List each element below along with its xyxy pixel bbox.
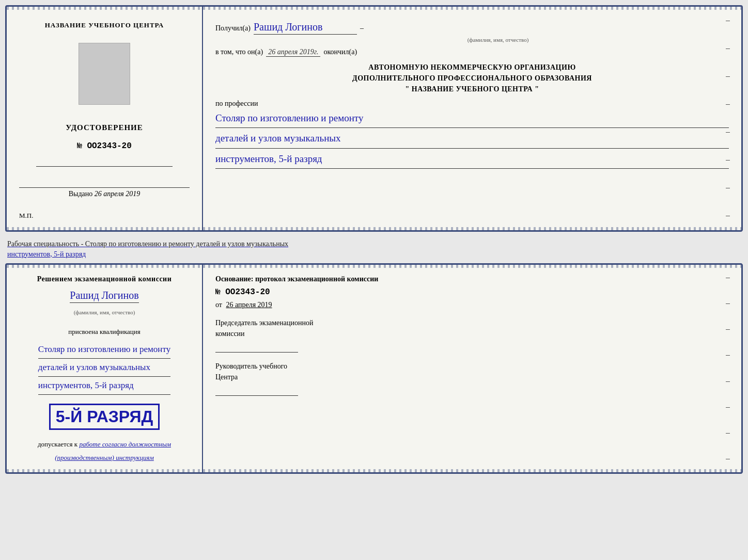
org-line3: " НАЗВАНИЕ УЧЕБНОГО ЦЕНТРА " bbox=[215, 84, 729, 94]
bottom-bottom-stripe-decoration bbox=[7, 469, 741, 472]
dopuskaetsya-line: допускается к работе согласно должностны… bbox=[38, 440, 171, 449]
org-line1: АВТОНОМНУЮ НЕКОММЕРЧЕСКУЮ ОРГАНИЗАЦИЮ bbox=[215, 62, 729, 73]
top-stripe-decoration bbox=[7, 7, 741, 10]
dopuskaetsya-label: допускается к bbox=[38, 440, 77, 448]
predsedatel-text: Председатель экзаменационной комиссии bbox=[215, 319, 313, 338]
predsedatel-signature-line bbox=[215, 342, 298, 353]
recipient-prefix: Получил(а) bbox=[215, 24, 251, 33]
udostoverenie-label: УДОСТОВЕРЕНИЕ bbox=[66, 123, 143, 132]
profession-handwritten-top: Столяр по изготовлению и ремонту деталей… bbox=[215, 110, 729, 169]
profession-line3-top: инструментов, 5-й разряд bbox=[215, 151, 729, 169]
prisvoena-text: присвоена квалификация bbox=[68, 328, 140, 336]
bottom-top-stripe-decoration bbox=[7, 265, 741, 268]
dopuskaetsya-hw2-line: (производственным) инструкциям bbox=[55, 453, 154, 462]
profession-line2-top: деталей и узлов музыкальных bbox=[215, 130, 729, 148]
rukovoditel-text: Руководитель учебного Центра bbox=[215, 362, 287, 381]
divider-line bbox=[36, 166, 173, 167]
fio-subtitle-top: (фамилия, имя, отчество) bbox=[267, 37, 729, 43]
recipient-name: Рашид Логинов bbox=[254, 21, 357, 35]
org-line2: ДОПОЛНИТЕЛЬНОГО ПРОФЕССИОНАЛЬНОГО ОБРАЗО… bbox=[215, 73, 729, 84]
recipient-line: Получил(а) Рашид Логинов – bbox=[215, 21, 729, 35]
ot-line: от 26 апреля 2019 bbox=[215, 301, 729, 309]
top-document: НАЗВАНИЕ УЧЕБНОГО ЦЕНТРА УДОСТОВЕРЕНИЕ №… bbox=[5, 5, 743, 232]
page-container: НАЗВАНИЕ УЧЕБНОГО ЦЕНТРА УДОСТОВЕРЕНИЕ №… bbox=[5, 5, 743, 474]
photo-placeholder bbox=[79, 43, 130, 105]
rukovoditel-signature-line bbox=[215, 386, 298, 396]
fio-subtitle-bottom: (фамилия, имя, отчество) bbox=[74, 309, 135, 315]
predsedatel-label: Председатель экзаменационной комиссии bbox=[215, 317, 729, 339]
ot-date: 26 апреля 2019 bbox=[226, 301, 272, 309]
protocol-number: № OO2343-20 bbox=[215, 287, 729, 297]
mp-label: М.П. bbox=[19, 212, 33, 220]
vtom-date: 26 апреля 2019г. bbox=[266, 48, 320, 57]
separator-plain: Рабочая специальность - Столяр по изгото… bbox=[7, 240, 288, 248]
bottom-name: Рашид Логинов bbox=[70, 290, 138, 303]
bottom-stripe-decoration bbox=[7, 227, 741, 230]
vtom-line: в том, что он(а) 26 апреля 2019г. окончи… bbox=[215, 48, 729, 57]
qual-line1: Столяр по изготовлению и ремонту bbox=[38, 342, 170, 359]
qual-line2: деталей и узлов музыкальных bbox=[38, 360, 170, 377]
top-doc-right: Получил(а) Рашид Логинов – (фамилия, имя… bbox=[203, 7, 741, 230]
cert-number-top: № OO2343-20 bbox=[77, 141, 132, 151]
resheniem-text: Решением экзаменационной комиссии bbox=[37, 275, 172, 283]
vydano-prefix: Выдано bbox=[69, 190, 93, 198]
vydano-line: Выдано 26 апреля 2019 bbox=[19, 187, 190, 198]
bottom-document: Решением экзаменационной комиссии Рашид … bbox=[5, 263, 743, 474]
dopuskaetsya-hw2: (производственным) инструкциям bbox=[55, 454, 154, 461]
rukovoditel-label: Руководитель учебного Центра bbox=[215, 361, 729, 382]
dash: – bbox=[360, 24, 364, 33]
osnovanie-label: Основание: протокол экзаменационной коми… bbox=[215, 275, 729, 283]
separator-text: Рабочая специальность - Столяр по изгото… bbox=[5, 236, 743, 259]
qualification-hw: Столяр по изготовлению и ремонту деталей… bbox=[38, 342, 170, 396]
qual-line3: инструментов, 5-й разряд bbox=[38, 378, 170, 395]
po-professii-label: по профессии bbox=[215, 100, 729, 108]
center-name-top: НАЗВАНИЕ УЧЕБНОГО ЦЕНТРА bbox=[45, 21, 164, 29]
vydano-date: 26 апреля 2019 bbox=[95, 190, 140, 198]
separator-underlined: инструментов, 5-й разряд bbox=[7, 250, 86, 258]
profession-line1-top: Столяр по изготовлению и ремонту bbox=[215, 110, 729, 128]
okonchil-label: окончил(а) bbox=[323, 48, 357, 56]
bottom-doc-right: Основание: протокол экзаменационной коми… bbox=[203, 265, 741, 472]
bottom-doc-left: Решением экзаменационной комиссии Рашид … bbox=[7, 265, 203, 472]
big-razryad: 5-й разряд bbox=[49, 404, 160, 430]
top-doc-left: НАЗВАНИЕ УЧЕБНОГО ЦЕНТРА УДОСТОВЕРЕНИЕ №… bbox=[7, 7, 203, 230]
ot-prefix: от bbox=[215, 301, 222, 309]
vtom-prefix: в том, что он(а) bbox=[215, 48, 263, 56]
dopuskaetsya-hw1: работе согласно должностным bbox=[79, 440, 171, 448]
org-block: АВТОНОМНУЮ НЕКОММЕРЧЕСКУЮ ОРГАНИЗАЦИЮ ДО… bbox=[215, 62, 729, 94]
